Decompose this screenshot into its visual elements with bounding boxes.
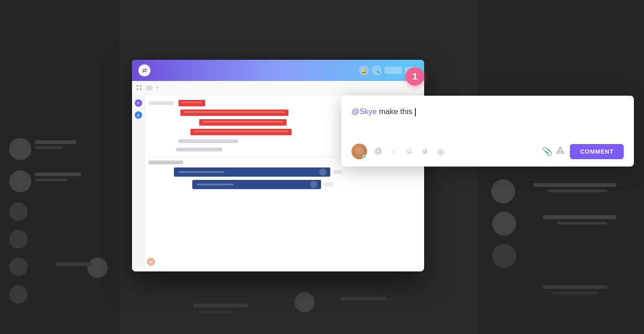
grid-icon [137,85,142,91]
bg-avatar-6 [9,285,28,304]
bg-right-avatar-1 [491,179,515,203]
header-rect-1 [385,67,402,74]
at-mention-button[interactable]: @ [371,144,385,159]
app-left-sidebar: P A [132,95,145,271]
comment-text-content: @Skye make this [351,106,624,135]
bg-text-1 [35,140,76,144]
comment-submit-button[interactable]: COMMENT [570,144,624,159]
bg-right-text-2 [547,190,607,192]
edit-button[interactable]: ⊘ [418,144,432,159]
emoji-button[interactable]: ☺ [402,144,417,159]
attachment-button[interactable]: 📎 [542,146,552,156]
bg-text-2 [35,146,63,149]
assign-button[interactable]: ↕ [386,144,401,159]
comment-popup: @Skye make this @ ↕ ☺ ⊘ ◎ 📎 [341,96,634,167]
bg-avatar-1 [9,138,31,160]
drive-button[interactable] [556,146,564,156]
bg-right-text-5 [543,285,607,289]
gantt-navy-row-2 [149,179,420,190]
sidebar-avatar-purple: P [135,99,142,107]
bg-right-avatar-2 [492,212,516,236]
comment-toolbar: @ ↕ ☺ ⊘ ◎ 📎 COMMENT [351,144,624,159]
target-button[interactable]: ◎ [433,144,448,159]
toolbar-icon-1 [146,86,152,90]
gantt-bottom-avatar: A [147,258,155,266]
bg-bottom-text-2 [198,311,235,313]
bg-bottom-text-1 [193,304,248,307]
bg-left-panel [0,0,120,334]
bg-avatar-2 [9,170,31,192]
gantt-navy-row-1 [149,167,420,177]
bg-avatar-5 [9,258,28,276]
bg-bottom-avatar-1 [294,292,315,312]
header-search-icon[interactable]: 🔍 [372,65,382,75]
bg-right-text-4 [557,222,607,225]
comment-body-text: make this [379,107,414,116]
bg-bottom-text-3 [340,297,386,300]
bg-right-panel [478,0,644,334]
bg-text-4 [35,179,67,181]
text-cursor [415,108,416,116]
avatar-online-indicator [362,155,367,159]
toolbar-plus: + [156,85,159,91]
bg-right-avatar-3 [492,244,516,268]
app-logo: ⇄ [138,64,150,76]
sidebar-avatar-blue: A [135,111,142,119]
bg-avatar-4 [9,230,28,248]
notification-badge: 1 [406,67,424,86]
bg-text-3 [35,173,81,176]
header-bell-icon[interactable]: 🔔 [359,65,369,75]
app-header: ⇄ 🔔 🔍 [132,60,424,81]
bg-right-text-6 [552,292,598,294]
bg-right-text-1 [534,183,616,187]
app-toolbar: + [132,81,424,95]
bg-bottom-avatar-2 [87,258,108,278]
mention-tag: @Skye [351,107,377,116]
bg-bottom-text-4 [55,262,92,266]
bg-right-text-3 [543,215,616,219]
user-avatar [351,144,367,159]
bg-avatar-3 [9,202,28,221]
